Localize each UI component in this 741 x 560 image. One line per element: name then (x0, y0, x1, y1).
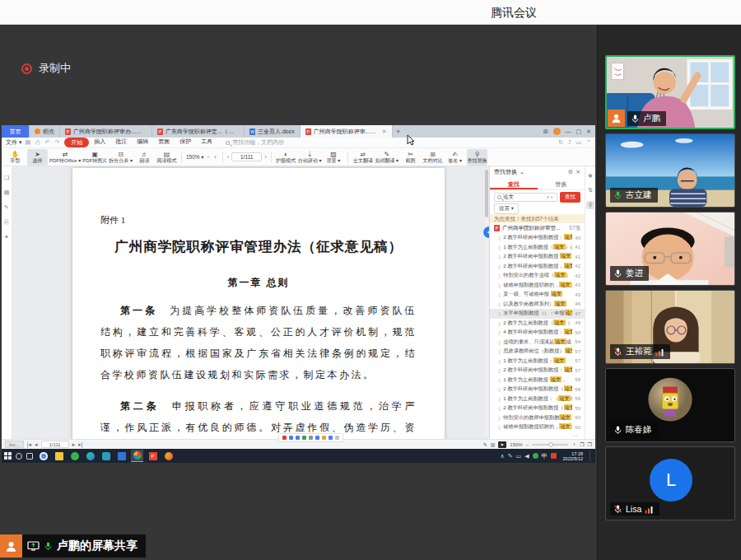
find-result-item[interactable]: ▯1 教学为主岗副教授（论文）(1)41 (490, 243, 585, 253)
find-result-item[interactable]: ▯思政课教师岗位（副教授）论文257 (490, 347, 585, 357)
menu-tab-保护[interactable]: 保护 (175, 138, 196, 147)
toolbar-button-PDF转Office[interactable]: ⇄PDF转Office ▾ (49, 149, 81, 166)
toolbar-button-全文翻译[interactable]: ⇌全文翻译 (352, 149, 373, 166)
document-tab[interactable]: P广州商学院职称评审办...法2022.PDF (60, 125, 152, 138)
toolbar-button-选择[interactable]: ➤选择 (27, 149, 48, 166)
find-result-item[interactable]: ▯破格申报副教授职称的，论文须43 (490, 281, 585, 291)
participant-tile-jiangjin[interactable]: 姜进 (605, 212, 735, 286)
taskbar-app-chrome[interactable] (37, 450, 49, 462)
participant-tile-jilijian[interactable]: 吉立建 (605, 133, 735, 208)
taskbar-app-edge[interactable] (84, 450, 96, 462)
find-result-item[interactable]: ▯1 教学为主岗副教授 论文，58 (490, 376, 585, 385)
bookmark-icon[interactable]: ❏ (4, 175, 9, 181)
play-mode-button[interactable]: ▶ (498, 441, 506, 448)
toolbar-button-查找替换[interactable]: ⚲查找替换 (467, 149, 487, 166)
menu-tab-插入[interactable]: 插入 (89, 138, 110, 147)
panel-settings-icon[interactable]: ⚙ (568, 169, 573, 175)
menubar-right-icons[interactable]: ↻⤴▭⌃ (558, 139, 591, 146)
comment-list-icon[interactable]: ❖ (588, 173, 593, 180)
find-result-item[interactable]: ▯2 教学为主岗副教授（论文（49 (490, 319, 585, 329)
taskbar-app-firefox[interactable] (162, 450, 175, 462)
toolbar-button-划词翻译[interactable]: ✎划词翻译 ▾ (375, 149, 398, 166)
quickbar-icon-0[interactable] (282, 436, 287, 440)
close-button[interactable]: ✕ (586, 128, 591, 135)
start-button[interactable] (4, 452, 12, 460)
find-result-item[interactable]: ▯水平申报副教授（）：申报论文47 (490, 309, 585, 319)
document-tab[interactable]: P广州商学院职称评审...pdf（征求意...）✕ (301, 125, 393, 138)
last-page-icon[interactable]: ▸| (78, 441, 82, 448)
taskbar-app-wps-pdf[interactable]: P (147, 450, 159, 462)
menu-tab-工具[interactable]: 工具 (196, 138, 217, 147)
tray-pen-icon[interactable]: ✎ (508, 453, 513, 460)
close-panel-icon[interactable]: ✕ (576, 169, 580, 175)
toolbar-button-PDF转图片[interactable]: ▣PDF转图片 (82, 149, 107, 166)
zoom-in-icon[interactable]: ＋ (212, 153, 218, 161)
zoom-slider[interactable] (532, 444, 568, 446)
file-menu[interactable]: 文件 ▾ (6, 138, 21, 147)
find-button[interactable]: 查找 (560, 192, 580, 203)
document-tab[interactable]: P广东商学院职称评定...（定稿）.pdf (152, 125, 245, 138)
find-result-item[interactable]: ▯4 教学科研岗申报副教授：论文50 (490, 328, 585, 338)
taskbar-app-app-teal[interactable] (100, 450, 112, 462)
find-input[interactable]: 论文 ∧∨ (494, 193, 557, 202)
new-tab-button[interactable]: + (393, 125, 404, 138)
quick-access-icons[interactable]: ▤ ⎙ ↶ ↷ (25, 139, 61, 146)
next-page-icon[interactable]: › (264, 154, 266, 160)
participant-tile-lupeng[interactable]: 卢鹏 (605, 55, 735, 129)
participant-tile-chenchundi[interactable]: 陈春娣 (605, 368, 735, 442)
document-scrollbar[interactable] (485, 168, 488, 436)
find-result-item[interactable]: ▯以及教学岗教师系列）论文46 (490, 300, 585, 310)
command-search-box[interactable]: 查找功能，文档内容 (226, 138, 284, 147)
participant-tile-wangyuwan[interactable]: 王裕菀 (605, 290, 735, 364)
quickbar-icon-1[interactable] (289, 436, 293, 440)
page-layout-icon[interactable]: ▥ (491, 441, 496, 447)
find-result-item[interactable]: ▯1 教学为主岗副教授：论文57 (490, 357, 585, 366)
menu-tab-开始[interactable]: 开始 (64, 138, 89, 147)
zoom-out-icon[interactable]: − (526, 442, 529, 447)
toolbar-button-截图[interactable]: ✂截图 (400, 149, 421, 166)
toolbar-button-文档对比[interactable]: ⊞文档对比 (422, 149, 443, 166)
stamp-icon[interactable]: ✦ (4, 234, 9, 240)
floating-quick-toolbar[interactable] (278, 433, 343, 442)
quickbar-icon-5[interactable] (315, 436, 319, 440)
task-view-icon[interactable] (26, 453, 33, 460)
document-tab[interactable]: W三全育人.docx (245, 125, 301, 138)
taskbar-clock[interactable]: 17:28 2022/5/12 (561, 451, 585, 461)
find-result-item[interactable]: ▯某一级、可破格申报 论文43 (490, 290, 585, 300)
menu-tab-批注[interactable]: 批注 (110, 138, 132, 147)
zoom-level[interactable]: 150% (510, 442, 522, 447)
tray-display-icon[interactable]: ▭ (516, 453, 522, 460)
page-indicator[interactable]: 1/111 (231, 152, 262, 161)
toolbar-button-手型[interactable]: ✋手型 (5, 149, 26, 166)
pen-tool-icon[interactable]: ✎ (483, 441, 487, 447)
search-icon[interactable]: ⚲ (586, 201, 594, 209)
taskbar-search-icon[interactable] (16, 453, 22, 460)
participant-tile-lisa[interactable]: L Lisa (605, 446, 735, 520)
taskbar-app-wps-office[interactable] (131, 450, 143, 462)
page-indicator[interactable]: 1/111 (41, 441, 69, 448)
quickbar-icon-8[interactable] (335, 436, 339, 440)
quickbar-icon-2[interactable] (296, 436, 300, 440)
fit-page-icon[interactable]: ❐ (580, 441, 584, 447)
tray-wecom-icon[interactable] (551, 453, 557, 459)
tray-expand-icon[interactable]: ∧ (501, 453, 505, 460)
zoom-out-icon[interactable]: − (207, 154, 210, 160)
tab-replace[interactable]: 替换 (538, 178, 585, 189)
attachment-icon[interactable]: ⎘ (4, 219, 9, 226)
menu-tab-页面[interactable]: 页面 (153, 138, 175, 147)
page-navigation[interactable]: ‹1/111› (227, 152, 267, 161)
prev-next-match-icons[interactable]: ∧∨ (547, 194, 554, 199)
find-result-item[interactable]: ▯2 教学科研岗申报副教授，论文42 (490, 262, 585, 272)
find-result-item[interactable]: ▯2 教学科研岗申报副教授（论文59 (490, 404, 585, 413)
find-result-item[interactable]: ▯2 教学科研岗申报副教授（论文58 (490, 385, 585, 394)
sort-icon[interactable]: ⇅ (588, 187, 593, 194)
toolbar-button-护眼模式[interactable]: ◐护眼模式 (276, 149, 296, 166)
tab-find[interactable]: 查找 (490, 178, 538, 189)
tray-volume-icon[interactable]: ◀ (524, 453, 529, 460)
toolbar-button-拆分合并[interactable]: ⊟拆分合并 ▾ (109, 149, 133, 166)
toolbar-button-自动滚动[interactable]: ⇣自动滚动 ▾ (298, 149, 322, 166)
find-result-item[interactable]: ▯2 教学科研岗申报副教授 论文41 (490, 252, 585, 262)
document-tab[interactable]: 首页 (2, 125, 30, 138)
minimize-button[interactable]: — (566, 128, 571, 134)
maximize-button[interactable]: ▢ (576, 128, 582, 135)
